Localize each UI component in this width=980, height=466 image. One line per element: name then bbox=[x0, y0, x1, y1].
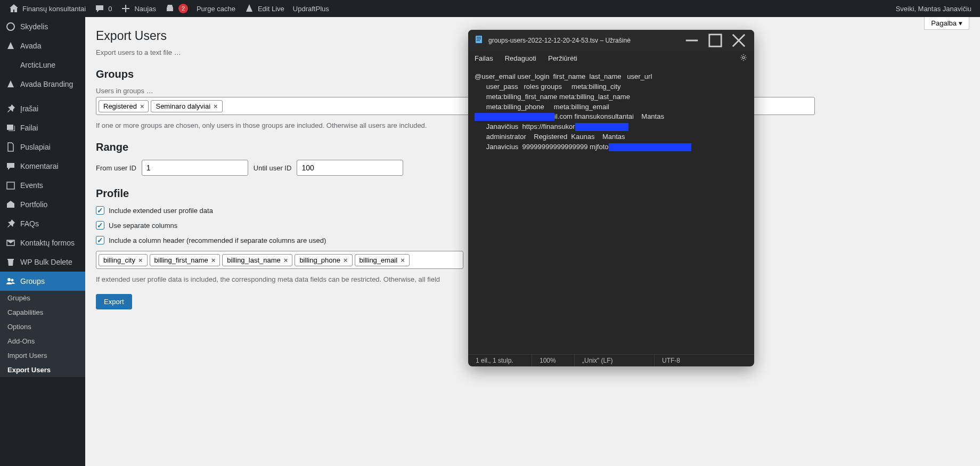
menu-file[interactable]: Failas bbox=[475, 54, 493, 62]
faq-icon bbox=[5, 218, 16, 229]
submenu-options[interactable]: Options bbox=[0, 320, 85, 334]
notepad-titlebar[interactable]: groups-users-2022-12-12-20-24-53.tsv – U… bbox=[468, 30, 754, 51]
separate-columns-checkbox[interactable] bbox=[96, 221, 104, 230]
admin-sidebar: Skydelis Avada ArcticLune Avada Branding… bbox=[0, 17, 85, 466]
svg-rect-5 bbox=[476, 36, 482, 43]
branding-icon bbox=[5, 79, 16, 89]
meta-token-input[interactable]: billing_city× billing_first_name× billin… bbox=[96, 251, 463, 269]
sidebar-item-media[interactable]: Failai bbox=[0, 118, 85, 137]
calendar-icon bbox=[5, 180, 16, 191]
from-user-id-input[interactable] bbox=[142, 160, 248, 176]
group-token: Seminaro dalyviai× bbox=[151, 100, 222, 112]
sidebar-item-portfolio[interactable]: Portfolio bbox=[0, 195, 85, 214]
help-tab[interactable]: Pagalba ▾ bbox=[924, 17, 969, 30]
sidebar-item-posts[interactable]: Įrašai bbox=[0, 99, 85, 118]
submenu-capabilities[interactable]: Capabilities bbox=[0, 305, 85, 320]
adminbar-site[interactable]: Finansų konsultantai bbox=[4, 0, 90, 17]
adminbar-new[interactable]: Naujas bbox=[116, 0, 160, 17]
submenu-groups[interactable]: Grupės bbox=[0, 291, 85, 305]
media-icon bbox=[5, 122, 16, 133]
svg-point-3 bbox=[7, 278, 11, 281]
redacted bbox=[575, 123, 628, 131]
notepad-statusbar: 1 eil., 1 stulp. 100% „Unix" (LF) UTF-8 bbox=[468, 354, 754, 366]
until-label: Until user ID bbox=[254, 164, 292, 172]
submenu-import-users[interactable]: Import Users bbox=[0, 348, 85, 363]
chevron-down-icon: ▾ bbox=[959, 19, 962, 27]
sidebar-item-contact[interactable]: Kontaktų formos bbox=[0, 233, 85, 252]
column-header-checkbox[interactable] bbox=[96, 236, 104, 244]
meta-token: billing_first_name× bbox=[150, 254, 220, 266]
close-button[interactable] bbox=[728, 33, 750, 48]
plus-icon bbox=[120, 3, 131, 14]
include-profile-checkbox[interactable] bbox=[96, 206, 104, 215]
submenu-addons[interactable]: Add-Ons bbox=[0, 334, 85, 348]
avada-logo-icon bbox=[5, 40, 16, 51]
moon-icon bbox=[5, 60, 16, 70]
submenu-export-users[interactable]: Export Users bbox=[0, 363, 85, 377]
adminbar-purge[interactable]: Purge cache bbox=[192, 0, 240, 17]
sidebar-item-events[interactable]: Events bbox=[0, 176, 85, 195]
home-icon bbox=[9, 3, 19, 14]
greeting: Sveiki, Mantas Janavičiu bbox=[896, 5, 971, 13]
meta-token: billing_email× bbox=[355, 254, 410, 266]
adminbar-comments[interactable]: 0 bbox=[90, 0, 116, 17]
remove-token-icon[interactable]: × bbox=[140, 102, 144, 110]
adminbar-user[interactable]: Sveiki, Mantas Janavičiu bbox=[892, 0, 976, 17]
notepad-app-icon bbox=[475, 35, 483, 46]
export-button[interactable]: Export bbox=[96, 294, 132, 309]
menu-edit[interactable]: Redaguoti bbox=[505, 54, 536, 62]
sidebar-item-bulkdelete[interactable]: WP Bulk Delete bbox=[0, 252, 85, 272]
sidebar-item-dashboard[interactable]: Skydelis bbox=[0, 17, 85, 36]
status-zoom: 100% bbox=[532, 355, 575, 366]
until-user-id-input[interactable] bbox=[297, 160, 403, 176]
status-enc: UTF-8 bbox=[655, 355, 754, 366]
meta-token: billing_city× bbox=[99, 254, 148, 266]
notif-badge: 2 bbox=[178, 4, 188, 13]
notif-icon bbox=[165, 3, 175, 14]
adminbar-editlive[interactable]: Edit Live bbox=[240, 0, 289, 17]
sidebar-item-faqs[interactable]: FAQs bbox=[0, 214, 85, 233]
remove-token-icon[interactable]: × bbox=[138, 256, 143, 264]
sidebar-item-avada[interactable]: Avada bbox=[0, 36, 85, 55]
svg-point-7 bbox=[742, 56, 745, 59]
sidebar-item-pages[interactable]: Puslapiai bbox=[0, 137, 85, 157]
notepad-window: groups-users-2022-12-12-20-24-53.tsv – U… bbox=[468, 30, 754, 366]
sidebar-item-arcticlune[interactable]: ArcticLune bbox=[0, 55, 85, 75]
meta-token: billing_last_name× bbox=[222, 254, 292, 266]
svg-rect-1 bbox=[7, 182, 14, 189]
sidebar-item-avada-branding[interactable]: Avada Branding bbox=[0, 75, 85, 94]
editlive-label: Edit Live bbox=[258, 5, 284, 13]
meta-token: billing_phone× bbox=[295, 254, 352, 266]
dashboard-icon bbox=[5, 21, 16, 32]
maximize-button[interactable] bbox=[704, 33, 726, 48]
remove-token-icon[interactable]: × bbox=[214, 102, 218, 110]
groups-icon bbox=[5, 276, 16, 287]
minimize-button[interactable] bbox=[681, 33, 703, 48]
svg-rect-6 bbox=[709, 35, 721, 46]
notepad-body[interactable]: @user_email user_login first_name last_n… bbox=[468, 68, 754, 354]
page-icon bbox=[5, 142, 16, 152]
updraft-label: UpdraftPlus bbox=[293, 5, 329, 13]
new-label: Naujas bbox=[134, 5, 156, 13]
adminbar-updraft[interactable]: UpdraftPlus bbox=[289, 0, 333, 17]
gear-icon[interactable] bbox=[739, 53, 748, 63]
redacted bbox=[475, 113, 554, 121]
adminbar-notif[interactable]: 2 bbox=[160, 0, 192, 17]
menu-view[interactable]: Peržiūrėti bbox=[548, 54, 577, 62]
remove-token-icon[interactable]: × bbox=[284, 256, 288, 264]
sidebar-item-groups[interactable]: Groups bbox=[0, 272, 85, 291]
remove-token-icon[interactable]: × bbox=[344, 256, 348, 264]
remove-token-icon[interactable]: × bbox=[211, 256, 216, 264]
notepad-title: groups-users-2022-12-12-20-24-53.tsv – U… bbox=[488, 37, 631, 44]
status-eol: „Unix" (LF) bbox=[575, 355, 655, 366]
comment-icon bbox=[94, 3, 105, 14]
status-pos: 1 eil., 1 stulp. bbox=[468, 355, 532, 366]
redacted bbox=[609, 143, 691, 151]
comments-count: 0 bbox=[108, 5, 112, 13]
trash-icon bbox=[5, 257, 16, 267]
comments-icon bbox=[5, 161, 16, 171]
sidebar-item-comments[interactable]: Komentarai bbox=[0, 157, 85, 176]
svg-point-4 bbox=[11, 279, 14, 282]
remove-token-icon[interactable]: × bbox=[401, 256, 405, 264]
group-token: Registered× bbox=[99, 100, 149, 112]
